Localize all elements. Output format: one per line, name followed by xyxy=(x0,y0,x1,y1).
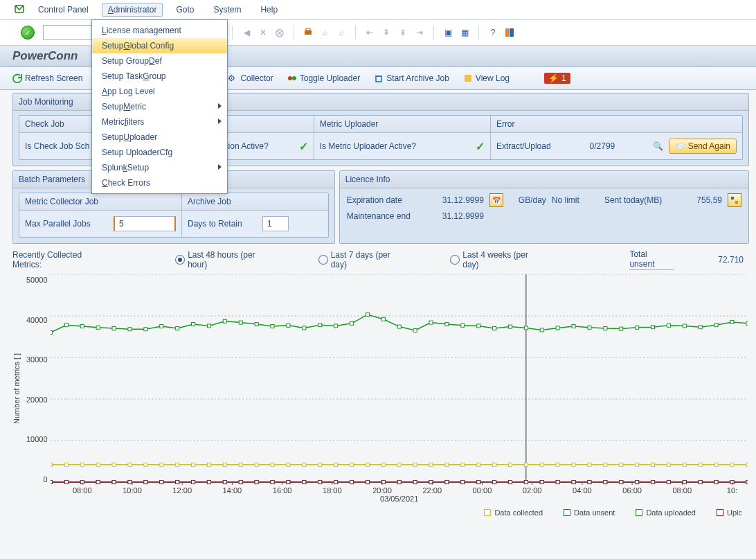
trash-icon xyxy=(374,73,384,83)
print-icon[interactable] xyxy=(301,26,315,39)
svg-rect-196 xyxy=(683,481,686,484)
cancel-icon[interactable]: ⨂ xyxy=(273,26,287,39)
svg-rect-36 xyxy=(287,463,290,466)
magnify-icon[interactable]: 🔍 xyxy=(653,141,663,151)
new-session-icon[interactable]: ▣ xyxy=(441,26,455,39)
svg-rect-134 xyxy=(413,329,417,332)
svg-rect-128 xyxy=(318,323,321,327)
first-page-icon[interactable]: ⇤ xyxy=(363,26,377,39)
svg-rect-157 xyxy=(64,481,68,484)
menu-item-check-errors[interactable]: Check Errors xyxy=(92,175,227,190)
svg-rect-163 xyxy=(159,481,163,484)
sent-today-label: Sent today(MB) xyxy=(604,195,662,205)
svg-text:12:00: 12:00 xyxy=(172,486,192,495)
menu-item-splunk-setup[interactable]: Splunk Setup xyxy=(92,160,227,175)
create-shortcut-icon[interactable]: ▦ xyxy=(458,26,471,39)
svg-rect-183 xyxy=(476,481,480,484)
toggle-uploader-button[interactable]: Toggle Uploader xyxy=(287,73,360,83)
svg-rect-155 xyxy=(746,321,748,325)
svg-text:00:00: 00:00 xyxy=(472,486,492,495)
svg-rect-12 xyxy=(731,197,734,199)
last-page-icon[interactable]: ⇥ xyxy=(413,26,426,39)
prev-page-icon[interactable]: ⇞ xyxy=(379,26,393,39)
svg-rect-54 xyxy=(572,463,575,466)
back-icon[interactable]: ◀ xyxy=(240,26,253,39)
view-log-button[interactable]: View Log xyxy=(463,73,510,83)
error-badge[interactable]: ⚡ 1 xyxy=(544,73,570,84)
menu-help[interactable]: Help xyxy=(254,3,284,17)
svg-text:16:00: 16:00 xyxy=(272,486,291,495)
radio-7d[interactable]: Last 7 days (per day) xyxy=(318,250,409,269)
start-archive-job-button[interactable]: Start Archive Job xyxy=(374,73,449,83)
next-page-icon[interactable]: ⇟ xyxy=(396,26,410,39)
menu-item-metric-filters[interactable]: Metric filters xyxy=(92,114,227,130)
svg-rect-154 xyxy=(730,321,734,324)
svg-rect-181 xyxy=(444,481,448,484)
menu-item-app-log-level[interactable]: App Log Level xyxy=(92,84,227,99)
svg-rect-161 xyxy=(128,481,132,484)
refresh-screen-button[interactable]: Refresh Screen xyxy=(12,73,82,83)
svg-rect-194 xyxy=(651,481,654,484)
max-parallel-label: Max Parallel Jobs xyxy=(25,219,108,229)
viewlog-label: View Log xyxy=(476,73,510,83)
svg-text:04:00: 04:00 xyxy=(573,486,592,495)
menu-control-panel[interactable]: Control Panel xyxy=(32,3,95,17)
svg-rect-160 xyxy=(112,481,116,484)
svg-point-7 xyxy=(288,76,292,80)
svg-rect-147 xyxy=(619,327,622,330)
svg-rect-166 xyxy=(207,481,210,484)
svg-rect-189 xyxy=(572,481,575,484)
svg-rect-41 xyxy=(366,463,369,466)
recently-collected-label: Recently Collected Metrics: xyxy=(12,250,113,269)
svg-point-8 xyxy=(292,76,296,80)
svg-rect-198 xyxy=(714,481,718,484)
svg-rect-139 xyxy=(492,327,496,330)
menu-item-setup-task-group[interactable]: Setup Task Group xyxy=(92,69,227,84)
chart-plot-area: 08:0010:0012:0014:0016:0018:0020:0022:00… xyxy=(51,274,748,503)
menu-item-setup-metric[interactable]: Setup Metric xyxy=(92,99,227,114)
svg-rect-11 xyxy=(465,75,471,82)
timerange-controls: Recently Collected Metrics: Last 48 hour… xyxy=(0,244,756,272)
svg-rect-112 xyxy=(64,323,68,327)
menu-item-setup-group-def[interactable]: Setup Group Def xyxy=(92,53,227,69)
svg-rect-172 xyxy=(302,481,305,484)
menu-item-setup-uploader[interactable]: Setup Uploader xyxy=(92,130,227,145)
calendar-icon[interactable]: 📅 xyxy=(489,193,503,207)
svg-rect-34 xyxy=(255,463,258,466)
menu-item-setup-global-config[interactable]: Setup Global Config xyxy=(92,38,227,53)
svg-rect-143 xyxy=(556,326,559,330)
help-icon[interactable]: ? xyxy=(486,26,500,39)
svg-text:20:00: 20:00 xyxy=(372,486,392,495)
expand-icon[interactable] xyxy=(728,193,741,207)
svg-rect-122 xyxy=(223,319,226,323)
licence-header: Licence Info xyxy=(340,171,748,188)
max-parallel-input[interactable]: 5 xyxy=(114,216,176,231)
svg-rect-182 xyxy=(460,481,464,484)
menu-goto[interactable]: Goto xyxy=(170,3,200,17)
svg-text:14:00: 14:00 xyxy=(222,486,242,495)
find-icon[interactable]: ⌕ xyxy=(318,26,332,39)
menu-item-license-management[interactable]: License management xyxy=(92,23,227,38)
svg-rect-3 xyxy=(305,30,312,35)
find-next-icon[interactable]: ⌕ xyxy=(334,26,348,39)
svg-rect-135 xyxy=(429,321,433,324)
svg-rect-114 xyxy=(96,326,100,329)
radio-4w[interactable]: Last 4 weeks (per day) xyxy=(450,250,546,269)
svg-rect-197 xyxy=(699,481,702,484)
collector-button[interactable]: ⚙ Collector xyxy=(228,73,273,83)
menu-administrator[interactable]: Administrator xyxy=(102,3,163,17)
layout-icon[interactable] xyxy=(503,26,516,39)
exit-icon[interactable]: ✕ xyxy=(256,26,270,39)
radio-48h[interactable]: Last 48 hours (per hour) xyxy=(175,250,277,269)
svg-rect-138 xyxy=(476,324,480,328)
send-again-button[interactable]: 📨 Send Again xyxy=(669,139,737,154)
svg-rect-170 xyxy=(271,481,274,484)
svg-text:08:00: 08:00 xyxy=(73,486,92,495)
svg-rect-124 xyxy=(255,323,258,326)
days-retain-input[interactable]: 1 xyxy=(262,216,289,231)
enter-ok-icon[interactable]: ✓ xyxy=(21,26,35,39)
svg-rect-50 xyxy=(508,463,512,466)
menu-system[interactable]: System xyxy=(207,3,247,17)
svg-rect-55 xyxy=(588,463,591,466)
menu-item-setup-uploader-cfg[interactable]: Setup Uploader Cfg xyxy=(92,145,227,160)
